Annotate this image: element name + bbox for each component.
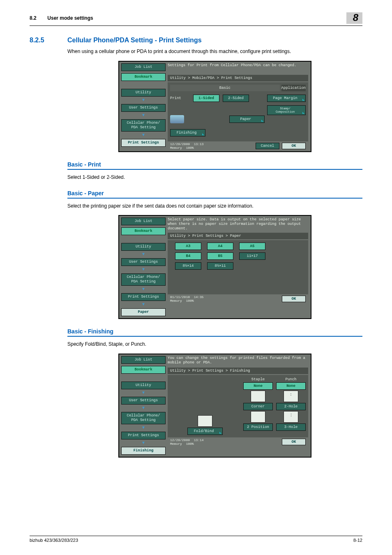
print-label: Print — [170, 96, 190, 100]
header-section-title: User mode settings — [47, 15, 93, 21]
chevron-down-icon: ▼ — [121, 253, 166, 256]
size-8x11-button[interactable]: 8½×11 — [207, 262, 233, 270]
panel-message: Settings for Print from Cellular Phone/P… — [168, 63, 308, 73]
punch-2hole-icon — [284, 391, 298, 402]
subhead-basic-finishing: Basic - Finishing — [67, 328, 362, 337]
breadcrumb: Utility > Print Settings > Finishing — [168, 368, 308, 374]
job-list-button[interactable]: Job List — [121, 356, 166, 364]
subhead-basic-paper: Basic - Paper — [67, 190, 362, 199]
chevron-down-icon: ▼ — [121, 303, 166, 306]
fold-bind-button[interactable]: Fold/Bind — [187, 428, 223, 435]
chevron-down-icon: ▼ — [121, 134, 166, 137]
sidebar-cell-pda[interactable]: Cellular Phone/ PDA Setting — [121, 119, 166, 132]
punch-2hole-button[interactable]: 2-Hole — [276, 403, 306, 410]
header-section-num: 8.2 — [30, 15, 46, 21]
paper-button[interactable]: Paper — [229, 116, 265, 123]
sidebar-user-settings[interactable]: User Settings — [121, 258, 166, 266]
section-title: Cellular Phone/PDA Setting - Print Setti… — [67, 37, 202, 44]
staple-2position-button[interactable]: 2 Position — [243, 423, 273, 431]
size-b4-button[interactable]: B4 — [175, 252, 201, 260]
sidebar-cell-pda[interactable]: Cellular Phone/ PDA Setting — [121, 412, 166, 424]
sidebar-paper[interactable]: Paper — [121, 308, 166, 316]
panel-message: Select paper size. Data is output on the… — [168, 217, 308, 231]
size-a4-button[interactable]: A4 — [207, 243, 233, 250]
tab-basic[interactable]: Basic — [170, 85, 280, 91]
tab-application[interactable]: Application — [281, 85, 306, 91]
footer-model: bizhub 423/363/283/223 — [30, 538, 78, 543]
sidebar-cell-pda[interactable]: Cellular Phone/ PDA Setting — [121, 273, 166, 286]
size-a5-button[interactable]: A5 — [239, 243, 265, 250]
sidebar-finishing[interactable]: Finishing — [121, 447, 166, 455]
job-list-button[interactable]: Job List — [121, 63, 166, 71]
punch-3hole-icon — [284, 411, 298, 423]
one-sided-button[interactable]: 1-Sided — [193, 95, 219, 102]
section-heading: 8.2.5 Cellular Phone/PDA Setting - Print… — [30, 37, 362, 44]
bookmark-button[interactable]: Bookmark — [121, 73, 166, 81]
bookmark-button[interactable]: Bookmark — [121, 366, 166, 374]
sidebar-user-settings[interactable]: User Settings — [121, 104, 166, 112]
sidebar-print-settings[interactable]: Print Settings — [121, 432, 166, 439]
sidebar-print-settings[interactable]: Print Settings — [121, 293, 166, 301]
chevron-down-icon: ▼ — [121, 99, 166, 102]
ok-button[interactable]: OK — [282, 143, 306, 149]
sidebar-utility[interactable]: Utility — [121, 243, 166, 251]
status-datetime: 01/11/2010 14:35 Memory 100% — [170, 295, 279, 303]
breadcrumb: Utility > Mobile/PDA > Print Settings — [168, 75, 308, 81]
staple-corner-button[interactable]: Corner — [243, 403, 273, 410]
size-a3-button[interactable]: A3 — [175, 243, 201, 250]
chevron-down-icon: ▼ — [121, 114, 166, 117]
page-margin-button[interactable]: Page Margin — [267, 95, 306, 102]
chevron-down-icon: ▼ — [121, 268, 166, 271]
section-number: 8.2.5 — [30, 37, 67, 44]
two-sided-button[interactable]: 2-Sided — [223, 95, 249, 102]
subhead-basic-print: Basic - Print — [67, 161, 362, 170]
punch-none-button[interactable]: None — [276, 382, 306, 390]
finishing-button[interactable]: Finishing — [170, 129, 205, 136]
text-basic-print: Select 1-Sided or 2-Sided. — [67, 174, 362, 181]
ok-button[interactable]: OK — [282, 439, 306, 445]
fold-bind-icon — [198, 415, 212, 427]
stamp-composition-button[interactable]: Stamp/ Composition — [267, 105, 306, 115]
bookmark-button[interactable]: Bookmark — [121, 227, 166, 235]
chevron-down-icon: ▼ — [121, 288, 166, 291]
chevron-down-icon: ▼ — [121, 391, 166, 395]
cancel-button[interactable]: Cancel — [256, 143, 279, 149]
breadcrumb: Utility > Print Settings > Paper — [168, 233, 308, 239]
size-b5-button[interactable]: B5 — [207, 252, 233, 260]
staple-corner-icon — [251, 391, 265, 402]
panel-message: You can change the settings for printed … — [168, 356, 308, 366]
header-section: 8.2 User mode settings — [30, 15, 346, 21]
chapter-badge: 8 — [346, 12, 362, 24]
printer-icon — [170, 115, 184, 123]
chevron-down-icon: ▼ — [121, 442, 166, 445]
size-8x14-button[interactable]: 8½×14 — [175, 262, 201, 270]
sidebar-print-settings[interactable]: Print Settings — [121, 139, 166, 147]
ok-button[interactable]: OK — [282, 296, 306, 302]
text-basic-paper: Select the printing paper size if the se… — [67, 203, 362, 210]
staple-none-button[interactable]: None — [243, 382, 273, 390]
punch-heading: Punch — [276, 377, 306, 382]
status-datetime: 12/29/2009 13:13 Memory 100% — [170, 142, 253, 150]
sidebar-utility[interactable]: Utility — [121, 382, 166, 389]
screenshot-finishing: Job List Bookmark Utility ▼ User Setting… — [118, 354, 311, 458]
text-basic-finishing: Specify Fold/Bind, Staple, or Punch. — [67, 341, 362, 348]
screenshot-print-settings: Job List Bookmark Utility ▼ User Setting… — [118, 61, 311, 152]
size-11x17-button[interactable]: 11×17 — [239, 252, 265, 260]
page-header: 8.2 User mode settings 8 — [30, 12, 362, 26]
punch-3hole-button[interactable]: 3-Hole — [276, 423, 306, 431]
chevron-down-icon: ▼ — [121, 426, 166, 430]
status-datetime: 12/29/2009 13:14 Memory 100% — [170, 438, 279, 446]
staple-heading: Staple — [243, 377, 273, 382]
screenshot-paper: Job List Bookmark Utility ▼ User Setting… — [118, 215, 311, 319]
footer-page: 8-12 — [353, 538, 362, 543]
sidebar-utility[interactable]: Utility — [121, 89, 166, 97]
chevron-down-icon: ▼ — [121, 407, 166, 410]
job-list-button[interactable]: Job List — [121, 217, 166, 225]
staple-2pos-icon — [251, 411, 265, 423]
sidebar-user-settings[interactable]: User Settings — [121, 397, 166, 405]
section-intro: When using a cellular phone or PDA to pr… — [67, 48, 362, 55]
page-footer: bizhub 423/363/283/223 8-12 — [30, 536, 362, 543]
